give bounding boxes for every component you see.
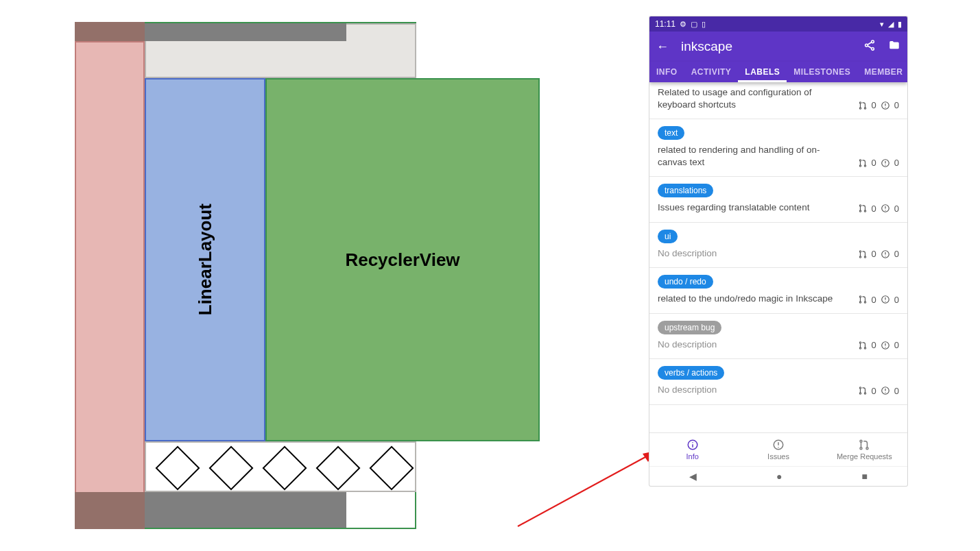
gear-icon: ⚙ [680,21,686,28]
label-counts: 00 [858,249,899,259]
label-badge: ui [658,230,678,243]
svg-line-6 [868,45,872,48]
label-description: related to the undo/redo magic in Inksca… [658,293,836,305]
issue-icon [881,158,890,168]
svg-line-0 [518,454,652,526]
recyclerview-label: RecyclerView [345,249,459,271]
bottom-tab-label: Merge Requests [837,452,892,461]
label-item[interactable]: upstream bugNo description00 [649,314,907,360]
svg-line-5 [868,42,872,45]
tab-member[interactable]: MEMBER [857,67,907,82]
svg-point-24 [885,210,885,211]
svg-point-8 [859,108,861,109]
label-description: Issues regarding translatable content [658,201,836,214]
issue-icon [881,101,890,110]
label-description: Related to usage and configuration of ke… [658,86,836,110]
status-right: ▾ ◢ ▮ [880,21,902,28]
label-item[interactable]: verbs / actionsNo description00 [649,359,907,405]
svg-point-12 [885,107,885,108]
issue-count: 0 [894,386,899,396]
merge-count: 0 [872,386,876,396]
status-left: 11:11 ⚙ ▢ ▯ [655,19,706,29]
issue-icon [881,295,890,304]
back-icon[interactable]: ← [656,40,669,54]
svg-point-31 [859,296,861,297]
diagram-left-column-bottom [75,492,145,529]
tab-milestones[interactable]: MILESTONES [787,67,857,82]
label-counts: 00 [858,295,899,305]
status-time: 11:11 [655,19,676,29]
label-counts: 00 [858,204,899,214]
merge-icon [858,295,868,304]
svg-point-19 [859,205,861,206]
share-icon[interactable] [863,39,876,55]
label-item[interactable]: translationsIssues regarding translatabl… [649,177,907,223]
svg-point-54 [778,447,779,448]
tab-info[interactable]: INFO [649,67,684,82]
label-item[interactable]: textrelated to rendering and handling of… [649,119,907,177]
issue-count: 0 [894,158,899,168]
doc-icon: ▯ [702,21,706,28]
labels-list[interactable]: Related to usage and configuration of ke… [649,82,907,405]
label-badge: translations [658,184,713,197]
svg-point-42 [885,347,885,347]
status-bar: 11:11 ⚙ ▢ ▯ ▾ ◢ ▮ [649,16,907,32]
svg-point-39 [864,347,865,349]
issue-count: 0 [894,295,899,305]
label-counts: 00 [858,386,899,396]
nav-home-icon[interactable]: ● [776,471,782,482]
svg-point-44 [859,393,861,394]
label-description: related to rendering and handling of on-… [658,144,836,168]
bottom-tabs: InfoIssuesMerge Requests [649,432,907,466]
label-description: No description [658,339,836,351]
svg-point-51 [692,442,693,443]
svg-point-27 [864,256,865,258]
nav-recent-icon[interactable]: ■ [862,471,868,482]
label-item-fragment[interactable]: Related to usage and configuration of ke… [649,82,907,119]
svg-point-20 [859,210,861,212]
bottom-tab-info[interactable]: Info [649,433,735,466]
label-item[interactable]: uiNo description00 [649,223,907,269]
issue-icon [881,386,890,395]
diagram-left-column [75,41,145,510]
issue-count: 0 [894,100,899,110]
svg-point-32 [859,302,861,303]
merge-count: 0 [872,340,876,350]
svg-point-30 [885,256,885,256]
svg-point-55 [860,440,862,442]
tab-labels[interactable]: LABELS [738,67,787,82]
wifi-icon: ▾ [880,21,884,28]
bottom-tab-issues[interactable]: Issues [735,433,821,466]
merge-count: 0 [872,249,876,259]
merge-count: 0 [872,158,876,168]
issue-icon [881,341,890,350]
issue-icon [881,204,890,213]
merge-count: 0 [872,100,876,110]
battery-icon: ▮ [898,21,902,28]
label-counts: 00 [858,158,899,168]
nav-back-icon[interactable]: ◀ [689,471,697,482]
label-description: No description [658,247,836,260]
recyclerview-box: RecyclerView [265,78,540,441]
android-nav-bar: ◀ ● ■ [649,466,907,486]
app-bar: ← inkscape [649,32,907,62]
bottom-tab-merge-requests[interactable]: Merge Requests [822,433,907,466]
label-counts: 0 0 [858,100,899,110]
bottom-tab-icon [686,439,699,451]
square-icon: ▢ [691,21,697,28]
label-badge: verbs / actions [658,366,724,380]
svg-point-36 [885,302,885,302]
issue-icon [881,249,890,259]
issue-count: 0 [894,204,899,214]
label-item[interactable]: undo / redorelated to the undo/redo magi… [649,268,907,314]
arrow [511,444,665,533]
tab-activity[interactable]: ACTIVITY [684,67,739,82]
merge-count: 0 [872,295,876,305]
svg-point-14 [859,165,861,167]
diamond-row [162,452,409,481]
bottom-tab-label: Issues [767,452,789,461]
svg-point-48 [885,393,885,393]
diagram-top-bar [145,23,346,41]
merge-icon [858,158,868,168]
folder-icon[interactable] [888,39,900,55]
